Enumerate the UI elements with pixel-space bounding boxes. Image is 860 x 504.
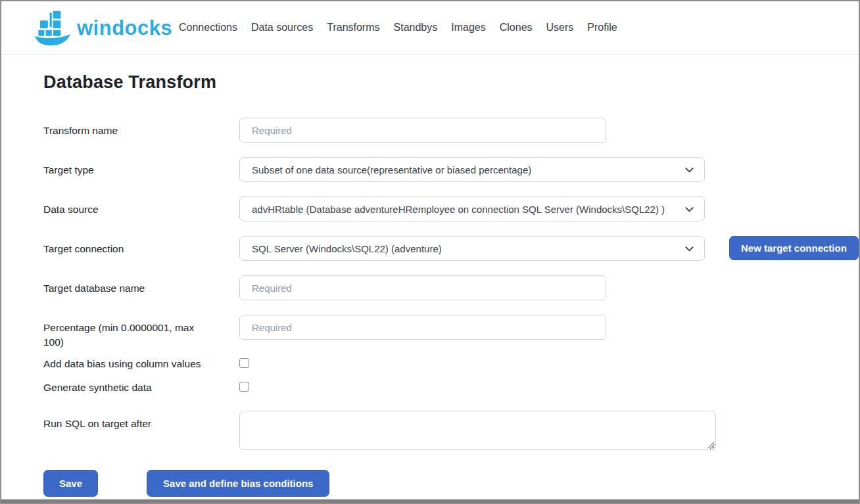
database-transform-form: Database Transform Transform name Target… [1,55,859,497]
nav-item-transforms[interactable]: Transforms [327,22,379,34]
run-sql-after-textarea[interactable] [239,411,716,450]
transform-name-input[interactable] [239,118,606,143]
row-transform-name: Transform name [43,118,859,143]
page-title: Database Transform [43,72,859,93]
save-and-define-bias-button[interactable]: Save and define bias conditions [147,470,329,497]
target-database-name-input[interactable] [239,275,606,300]
row-target-connection: Target connection SQL Server (Windocks\S… [43,236,859,261]
generate-synthetic-checkbox[interactable] [239,382,249,392]
window-bottom-edge [1,499,859,503]
nav-item-profile[interactable]: Profile [587,22,617,34]
row-target-type: Target type Subset of one data source(re… [43,157,859,182]
percentage-input[interactable] [239,315,606,340]
new-target-connection-button[interactable]: New target connection [729,236,859,260]
row-run-sql-after: Run SQL on target after [43,411,859,450]
windocks-ship-icon [34,8,72,47]
nav-item-clones[interactable]: Clones [500,22,533,34]
row-generate-synthetic: Generate synthetic data [43,380,859,395]
target-connection-select[interactable]: SQL Server (Windocks\SQL22) (adventure) [239,236,705,261]
generate-synthetic-label: Generate synthetic data [43,380,239,395]
nav-item-images[interactable]: Images [451,22,485,34]
nav-item-standbys[interactable]: Standbys [394,22,438,34]
row-percentage: Percentage (min 0.0000001, max 100) [43,315,859,350]
top-navbar: windocks Connections Data sources Transf… [1,1,859,55]
target-type-select[interactable]: Subset of one data source(representative… [239,157,705,182]
row-data-source: Data source advHRtable (Database adventu… [43,196,859,221]
data-source-label: Data source [43,196,239,217]
data-source-select[interactable]: advHRtable (Database adventureHRemployee… [239,196,705,221]
add-data-bias-checkbox[interactable] [239,358,249,368]
nav-item-connections[interactable]: Connections [179,22,237,34]
main-nav: Connections Data sources Transforms Stan… [179,22,617,34]
windocks-wordmark: windocks [77,18,172,38]
run-sql-after-label: Run SQL on target after [43,411,239,431]
transform-name-label: Transform name [43,118,239,138]
percentage-label: Percentage (min 0.0000001, max 100) [43,315,239,350]
save-button[interactable]: Save [43,470,98,497]
add-data-bias-label: Add data bias using column values [43,357,239,371]
target-database-name-label: Target database name [43,275,239,296]
target-connection-label: Target connection [43,236,239,256]
form-actions: Save Save and define bias conditions [43,470,859,497]
windocks-logo[interactable]: windocks [34,8,174,47]
row-add-data-bias: Add data bias using column values [43,357,859,371]
row-target-database-name: Target database name [43,275,859,300]
nav-item-data-sources[interactable]: Data sources [251,22,313,34]
target-type-label: Target type [43,157,239,177]
nav-item-users[interactable]: Users [546,22,574,34]
